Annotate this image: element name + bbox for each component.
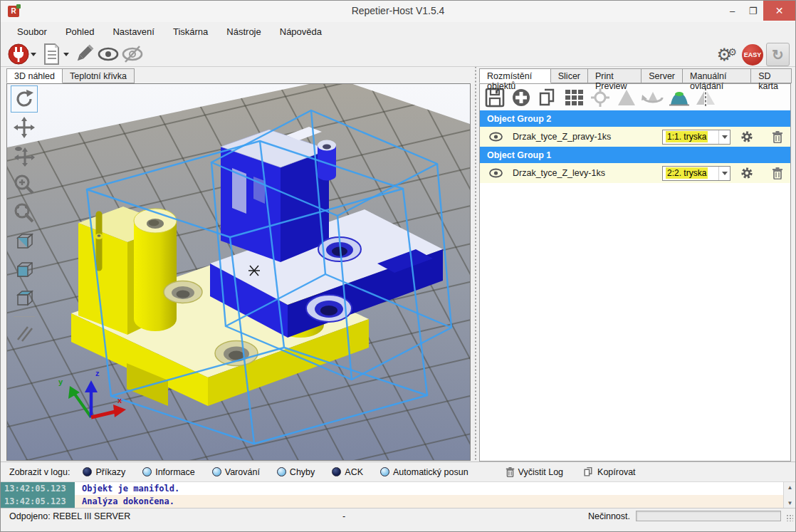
menu-napoveda[interactable]: Nápověda (271, 24, 331, 40)
toggle-dot-icon (142, 467, 152, 476)
chevron-down-icon (722, 172, 728, 175)
autoposition-button[interactable] (562, 86, 586, 109)
menu-tiskarna[interactable]: Tiskárna (164, 24, 217, 40)
hide-travel-button[interactable] (120, 43, 145, 66)
combo-dropdown-button[interactable] (718, 130, 730, 144)
load-dropdown-caret[interactable] (63, 53, 69, 56)
lay-flat-button[interactable] (667, 86, 691, 109)
scroll-up-arrow[interactable]: ▲ (784, 482, 796, 493)
menu-nastroje[interactable]: Nástroje (217, 24, 270, 40)
tab-3d-nahled[interactable]: 3D náhled (6, 68, 63, 83)
toggle-dot-icon (212, 467, 221, 476)
connect-dropdown-caret[interactable] (31, 53, 36, 56)
rotate-view-button[interactable] (11, 85, 38, 113)
object-group-header[interactable]: Object Group 1 (480, 147, 790, 163)
move-object-button[interactable] (11, 142, 38, 169)
toggle-dot-icon (380, 467, 389, 476)
view-front-button[interactable] (11, 256, 38, 283)
copy-log-button[interactable]: Kopírovat (583, 466, 636, 477)
menu-soubor[interactable]: Soubor (8, 24, 56, 40)
gear-icon: ⚙ (728, 41, 737, 63)
main-area: 3D náhled Teplotní křivka (1, 67, 795, 461)
rotate-object-icon (641, 88, 665, 108)
svg-text:y: y (58, 377, 63, 386)
log-filter-bar: Zobrazit v logu: Příkazy Informace Varov… (1, 461, 795, 481)
activity-status: Nečinnost. (588, 511, 630, 521)
clear-log-button[interactable]: Vyčistit Log (506, 466, 563, 477)
tab-rozmisteni-objektu[interactable]: Rozmístění objektů (479, 68, 551, 83)
toggle-chyby[interactable]: Chyby (277, 467, 315, 477)
delete-trash-icon[interactable] (772, 130, 783, 143)
parallel-projection-button[interactable] (11, 320, 38, 347)
tab-teplotni-krivka[interactable]: Teplotní křivka (62, 68, 135, 83)
log-entry: 13:42:05.123 Analýza dokončena. (1, 495, 783, 508)
tab-print-preview[interactable]: Print Preview (587, 68, 641, 83)
titlebar: R Repetier-Host V1.5.4 – ❐ ✕ (1, 1, 795, 22)
3d-viewport[interactable]: x y z (6, 83, 471, 461)
tab-server[interactable]: Server (641, 68, 683, 83)
move-view-button[interactable] (11, 114, 38, 141)
viewport-tools (9, 85, 40, 348)
edit-button[interactable] (72, 43, 96, 66)
toggle-prikazy[interactable]: Příkazy (83, 467, 125, 477)
object-name: Drzak_tyce_Z_pravy-1ks (513, 132, 611, 142)
tool-divider (14, 316, 35, 317)
emergency-stop-button[interactable]: ↻ (766, 43, 790, 66)
menu-nastaveni[interactable]: Nastavení (103, 24, 164, 40)
right-panel: Rozmístění objektů Slicer Print Preview … (479, 67, 791, 461)
object-row[interactable]: Drzak_tyce_Z_levy-1ks 2:2. tryska (480, 163, 790, 183)
easy-mode-button[interactable]: EASY (742, 44, 763, 66)
connect-button[interactable] (6, 43, 31, 66)
minimize-button[interactable]: – (722, 1, 743, 21)
show-filament-button[interactable] (96, 43, 120, 66)
top-cube-icon (14, 288, 35, 309)
grid-icon (564, 88, 584, 108)
3d-canvas[interactable]: x y z (7, 84, 470, 460)
object-group-header[interactable]: Object Group 2 (480, 110, 790, 127)
menu-pohled[interactable]: Pohled (56, 24, 103, 40)
extruder-select[interactable]: 2:2. tryska (662, 166, 730, 181)
visibility-eye-icon[interactable] (489, 168, 503, 178)
log-scrollbar[interactable]: ▲ ▼ (783, 482, 795, 508)
plug-icon (7, 43, 30, 66)
zoom-fit-icon (14, 202, 35, 224)
panel-splitter[interactable] (473, 67, 478, 461)
visibility-eye-icon[interactable] (489, 132, 503, 142)
combo-dropdown-button[interactable] (718, 167, 730, 180)
rotate-object-button[interactable] (641, 86, 665, 109)
zoom-in-button[interactable] (11, 171, 38, 198)
object-row[interactable]: Drzak_tyce_Z_pravy-1ks 1:1. tryska (480, 127, 790, 147)
delete-trash-icon[interactable] (772, 167, 783, 179)
tab-manualni-ovladani[interactable]: Manuální ovládání (682, 68, 751, 83)
tab-sd-karta[interactable]: SD karta (750, 68, 792, 83)
clear-log-label: Vyčistit Log (518, 467, 563, 477)
status-center: - (342, 511, 345, 521)
close-button[interactable]: ✕ (763, 1, 795, 21)
view-top-button[interactable] (11, 285, 38, 312)
window-title: Repetier-Host V1.5.4 (1, 5, 795, 16)
zoom-in-icon (14, 174, 35, 195)
svg-text:z: z (95, 369, 100, 377)
object-settings-gear-icon[interactable] (740, 167, 753, 179)
object-settings-gear-icon[interactable] (740, 130, 753, 143)
load-button[interactable] (39, 43, 63, 66)
toggle-automaticky-posun[interactable]: Automatický posun (380, 467, 468, 477)
extruder-select[interactable]: 1:1. tryska (662, 130, 730, 145)
maximize-button[interactable]: ❐ (743, 1, 763, 21)
toggle-label: ACK (345, 467, 363, 477)
toggle-informace[interactable]: Informace (142, 467, 195, 477)
connection-status: Odpojeno: REBEL III SERVER (9, 511, 130, 521)
toggle-ack[interactable]: ACK (332, 467, 363, 477)
toggle-varovani[interactable]: Varování (212, 467, 260, 477)
tab-slicer[interactable]: Slicer (550, 68, 588, 83)
view-isometric-button[interactable] (11, 228, 38, 255)
copy-object-button[interactable] (535, 86, 560, 109)
log-area[interactable]: 13:42:05.123 Objekt je manifold. 13:42:0… (1, 481, 795, 508)
scroll-down-arrow[interactable]: ▼ (784, 498, 796, 508)
printer-settings-button[interactable]: ⚙⚙ (716, 44, 732, 66)
zoom-fit-button[interactable] (11, 199, 38, 226)
front-cube-icon (14, 259, 35, 281)
file-icon (41, 43, 62, 66)
statusbar: Odpojeno: REBEL III SERVER - Nečinnost. (1, 508, 795, 523)
resize-grip[interactable] (786, 514, 793, 521)
